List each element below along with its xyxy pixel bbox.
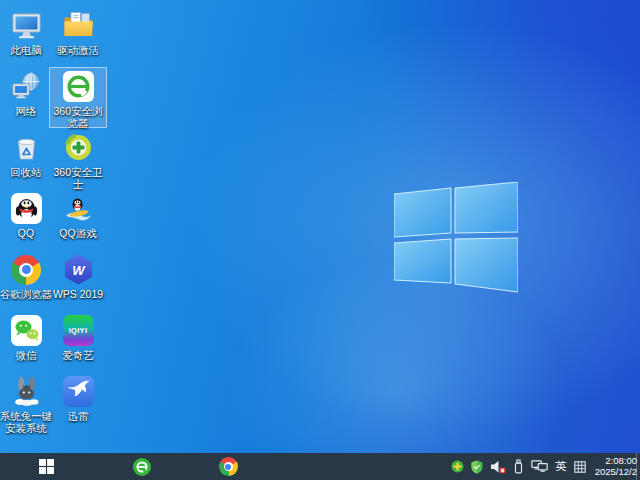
windows-logo xyxy=(394,182,518,294)
recycle-bin-icon xyxy=(10,131,43,164)
desktop-icon-chrome[interactable]: 谷歌浏览器 xyxy=(0,250,52,311)
icon-label: 谷歌浏览器 xyxy=(0,288,52,300)
folder-icon xyxy=(62,9,95,42)
icon-label: 回收站 xyxy=(10,166,42,178)
iqiyi-wordmark: iQIYI xyxy=(69,326,88,335)
usb-device-icon[interactable] xyxy=(513,459,524,474)
start-button[interactable] xyxy=(28,453,64,480)
desktop-icon-qq[interactable]: QQ xyxy=(0,189,52,250)
network-status-icon[interactable] xyxy=(531,460,548,473)
desktop-icon-360-security[interactable]: 360安全卫士 xyxy=(52,128,104,189)
clock-date: 2025/12/2 xyxy=(595,467,637,478)
this-pc-icon xyxy=(10,9,43,42)
icon-label: 系统兔一键安装系统 xyxy=(0,410,53,434)
network-globe-icon xyxy=(10,70,43,103)
ime-language-indicator[interactable]: 英 xyxy=(555,459,567,474)
desktop-icon-driver-activation[interactable]: 驱动激活 xyxy=(52,6,104,67)
icon-label: 360安全浏览器 xyxy=(51,105,105,129)
icon-label: 网络 xyxy=(16,105,37,117)
360-browser-icon xyxy=(62,70,95,103)
wps-letter: W xyxy=(72,263,86,278)
icon-label: QQ游戏 xyxy=(59,227,96,239)
icon-label: WPS 2019 xyxy=(53,288,103,300)
ime-grid-icon[interactable] xyxy=(574,461,586,473)
desktop-icon-this-pc[interactable]: 此电脑 xyxy=(0,6,52,67)
desktop-icon-iqiyi[interactable]: iQIYI 爱奇艺 xyxy=(52,311,104,372)
desktop-icon-wps-2019[interactable]: W WPS 2019 xyxy=(52,250,104,311)
desktop-icon-wechat[interactable]: 微信 xyxy=(0,311,52,372)
desktop-icon-xunlei[interactable]: 迅雷 xyxy=(52,372,104,433)
360-browser-taskbar-icon xyxy=(132,457,152,477)
wechat-icon xyxy=(10,314,43,347)
qq-penguin-icon xyxy=(10,192,43,225)
icon-label: 驱动激活 xyxy=(57,44,99,56)
taskbar: 英 2:08:00 2025/12/2 xyxy=(0,453,640,480)
taskbar-clock[interactable]: 2:08:00 2025/12/2 xyxy=(595,456,637,477)
chrome-icon xyxy=(10,253,43,286)
iqiyi-icon: iQIYI xyxy=(62,314,95,347)
xunlei-bird-icon xyxy=(62,375,95,408)
desktop-icon-qq-games[interactable]: QQ游戏 xyxy=(52,189,104,250)
system-tray: 英 2:08:00 2025/12/2 xyxy=(451,453,637,480)
volume-muted-icon[interactable] xyxy=(490,460,506,474)
icon-label: QQ xyxy=(18,227,34,239)
icon-label: 迅雷 xyxy=(68,410,89,422)
desktop-icon-grid: 此电脑 驱动激活 xyxy=(0,6,104,433)
chrome-taskbar-icon xyxy=(219,457,238,476)
show-desktop-button[interactable] xyxy=(636,453,640,480)
desktop-icon-system-rabbit[interactable]: 系统兔一键安装系统 xyxy=(0,372,52,433)
taskbar-chrome-button[interactable] xyxy=(210,453,246,480)
clock-time: 2:08:00 xyxy=(595,456,637,467)
windows-flag-icon xyxy=(39,459,54,474)
taskbar-360-browser-button[interactable] xyxy=(124,453,160,480)
security-shield-tray-icon[interactable] xyxy=(471,460,483,474)
qq-games-icon xyxy=(62,192,95,225)
desktop-icon-network[interactable]: 网络 xyxy=(0,67,52,128)
desktop-icon-360-browser[interactable]: 360安全浏览器 xyxy=(52,67,104,128)
360-security-icon xyxy=(62,131,95,164)
360-safety-tray-icon[interactable] xyxy=(451,460,464,473)
wps-icon: W xyxy=(62,253,95,286)
icon-label: 360安全卫士 xyxy=(51,166,105,190)
icon-label: 微信 xyxy=(16,349,37,361)
desktop-icon-recycle-bin[interactable]: 回收站 xyxy=(0,128,52,189)
icon-label: 爱奇艺 xyxy=(62,349,94,361)
desktop-screen: 此电脑 驱动激活 xyxy=(0,0,640,480)
system-rabbit-icon xyxy=(10,375,43,408)
icon-label: 此电脑 xyxy=(10,44,42,56)
